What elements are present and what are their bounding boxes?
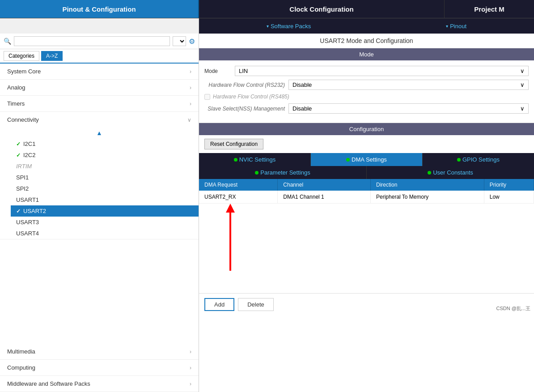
tab-parameter-settings[interactable]: Parameter Settings: [199, 166, 367, 179]
chevron-right-icon: ›: [190, 381, 191, 387]
dma-table: DMA Request Channel Direction Priority U…: [199, 179, 534, 204]
tab-gpio-settings[interactable]: GPIO Settings: [423, 153, 534, 166]
conn-item-usart4[interactable]: USART4: [11, 228, 199, 239]
conn-item-i2c2[interactable]: ✓ I2C2: [11, 149, 199, 161]
chevron-right-icon: ›: [190, 68, 191, 75]
sidebar: 🔍 ⚙ Categories A->Z System Core › Analog: [0, 34, 199, 392]
chevron-right-icon: ›: [190, 85, 191, 91]
conn-item-spi2[interactable]: SPI2: [11, 183, 199, 194]
connectivity-items-list: ✓ I2C1 ✓ I2C2 IRTIM SPI1: [0, 138, 199, 239]
panel-title: USART2 Mode and Configuration: [199, 34, 534, 48]
hw-flow-rs232-dropdown[interactable]: Disable ∨: [288, 80, 529, 90]
dropdown-arrow-icon: ∨: [520, 105, 525, 112]
mode-dropdown[interactable]: LIN ∨: [235, 66, 529, 76]
tab-active-dot: [346, 158, 350, 162]
chevron-down-icon: ∨: [187, 117, 191, 123]
conn-item-usart2[interactable]: ✓ USART2: [11, 205, 199, 217]
sidebar-item-connectivity[interactable]: Connectivity ∨: [0, 112, 199, 128]
config-tabs-row1: NVIC Settings DMA Settings GPIO Settings: [199, 153, 534, 166]
sidebar-item-system-core[interactable]: System Core ›: [0, 64, 199, 80]
tab-az[interactable]: A->Z: [41, 51, 63, 61]
arrow-indicator: [212, 204, 248, 284]
cell-priority: Low: [484, 191, 534, 204]
project-title: Project M: [445, 0, 534, 18]
hw-flow-rs485-label: Hardware Flow Control (RS485): [213, 94, 289, 100]
tab-active-dot: [457, 158, 461, 162]
mode-value: LIN: [239, 68, 248, 74]
conn-item-i2c1[interactable]: ✓ I2C1: [11, 138, 199, 149]
search-input[interactable]: [14, 36, 170, 46]
conn-item-spi1[interactable]: SPI1: [11, 172, 199, 183]
check-icon: ✓: [16, 208, 21, 214]
cell-channel: DMA1 Channel 1: [278, 191, 371, 204]
search-bar: 🔍 ⚙: [0, 34, 199, 49]
slave-select-label: Slave Select(NSS) Management: [204, 106, 285, 112]
cell-dma-request: USART2_RX: [199, 191, 278, 204]
config-tabs-row2: Parameter Settings User Constants: [199, 166, 534, 179]
mode-section: Mode LIN ∨ Hardware Flow Control (RS232)…: [199, 60, 534, 123]
chevron-down-icon: ▾: [267, 24, 269, 29]
tab-active-dot: [255, 171, 259, 175]
tab-categories[interactable]: Categories: [4, 51, 39, 61]
tab-nvic-settings[interactable]: NVIC Settings: [199, 153, 311, 166]
pinout-config-title: Pinout & Configuration: [0, 0, 199, 18]
col-channel: Channel: [278, 179, 371, 191]
clock-config-title: Clock Configuration: [199, 0, 445, 18]
cell-direction: Peripheral To Memory: [371, 191, 484, 204]
table-row[interactable]: USART2_RX DMA1 Channel 1 Peripheral To M…: [199, 191, 534, 204]
search-icon: 🔍: [4, 38, 11, 45]
dropdown-arrow-icon: ∨: [520, 81, 525, 88]
right-panel: USART2 Mode and Configuration Mode Mode …: [199, 34, 534, 392]
col-direction: Direction: [371, 179, 484, 191]
dropdown-arrow-icon: ∨: [520, 68, 525, 74]
add-button[interactable]: Add: [204, 298, 234, 311]
sidebar-item-computing[interactable]: Computing ›: [0, 360, 199, 376]
check-icon: ✓: [16, 152, 21, 158]
sort-arrow-icon: ▲: [0, 128, 199, 138]
sidebar-item-multimedia[interactable]: Multimedia ›: [0, 344, 199, 360]
check-icon: ✓: [16, 141, 21, 147]
pinout-menu[interactable]: ▾ Pinout: [446, 23, 466, 30]
tab-active-dot: [234, 158, 237, 162]
col-dma-request: DMA Request: [199, 179, 278, 191]
tab-active-dot: [428, 171, 431, 175]
chevron-right-icon: ›: [190, 101, 191, 107]
sidebar-item-timers[interactable]: Timers ›: [0, 96, 199, 112]
sidebar-item-middleware[interactable]: Middleware and Software Packs ›: [0, 376, 199, 392]
hw-flow-rs232-value: Disable: [292, 81, 312, 88]
delete-button[interactable]: Delete: [238, 298, 274, 311]
bottom-buttons: Add Delete CSDN @乱...王: [199, 293, 534, 315]
config-section: Configuration Reset Configuration NVIC S…: [199, 123, 534, 392]
sidebar-item-analog[interactable]: Analog ›: [0, 80, 199, 96]
mode-field-label: Mode: [204, 68, 231, 74]
config-section-header: Configuration: [199, 123, 534, 135]
software-packs-menu[interactable]: ▾ Software Packs: [267, 23, 311, 30]
slave-select-value: Disable: [292, 105, 312, 112]
svg-marker-1: [226, 204, 235, 213]
chevron-down-icon: ▾: [446, 24, 448, 29]
hw-flow-rs232-label: Hardware Flow Control (RS232): [204, 82, 285, 88]
search-dropdown[interactable]: [173, 36, 186, 46]
watermark-text: CSDN @乱...王: [496, 305, 530, 312]
arrow-area: [199, 204, 534, 293]
hw-flow-rs485-checkbox[interactable]: [204, 94, 210, 100]
tab-user-constants[interactable]: User Constants: [367, 166, 534, 179]
slave-select-dropdown[interactable]: Disable ∨: [288, 103, 529, 114]
reset-config-button[interactable]: Reset Configuration: [204, 139, 263, 149]
chevron-right-icon: ›: [190, 365, 191, 371]
connectivity-section: Connectivity ∨ ▲ ✓ I2C1 ✓ I2C2: [0, 112, 199, 239]
conn-item-usart3[interactable]: USART3: [11, 217, 199, 228]
conn-item-irtim[interactable]: IRTIM: [11, 161, 199, 172]
conn-item-usart1[interactable]: USART1: [11, 194, 199, 205]
gear-icon[interactable]: ⚙: [189, 37, 195, 46]
category-tabs: Categories A->Z: [0, 49, 199, 64]
chevron-right-icon: ›: [190, 349, 191, 355]
col-priority: Priority: [484, 179, 534, 191]
mode-section-header: Mode: [199, 48, 534, 60]
tab-dma-settings[interactable]: DMA Settings: [311, 153, 423, 166]
